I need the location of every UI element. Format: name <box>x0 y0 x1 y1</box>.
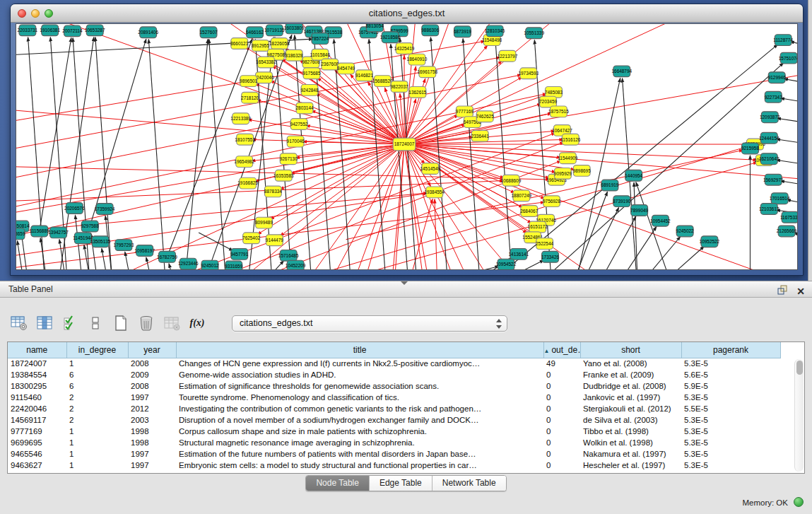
tab-node-table[interactable]: Node Table <box>306 476 369 491</box>
table-row[interactable]: 946554611997Estimation of the future num… <box>8 448 796 460</box>
function-builder-button[interactable]: f(x) <box>188 314 206 332</box>
graph-node-label: 1362615 <box>408 90 427 95</box>
graph-node-label: 12103613 <box>759 206 779 211</box>
graph-node-label: 6873919 <box>454 29 472 34</box>
new-table-button[interactable] <box>112 314 130 332</box>
graph-node-label: 8813054 <box>366 24 384 28</box>
graph-node-label: 2684067 <box>520 209 539 214</box>
graph-edge <box>169 264 175 269</box>
deselect-rows-button[interactable] <box>86 314 105 332</box>
graph-edge <box>676 246 704 269</box>
graph-node-label: 9896501 <box>240 78 258 83</box>
graph-node-label: 9245022 <box>676 228 695 233</box>
network-graph[interactable]: 8660123891295518226058982750816543382818… <box>16 24 797 269</box>
graph-node-label: 21265669 <box>777 228 797 233</box>
graph-node-label: 7899049 <box>630 208 649 213</box>
graph-edge <box>588 208 618 269</box>
graph-edge <box>163 133 555 269</box>
graph-edge <box>209 40 226 269</box>
select-all-checklist-button[interactable] <box>61 314 79 332</box>
table-row[interactable]: 969969511998Structural magnetic resonanc… <box>8 437 796 448</box>
graph-node-label: 9267130 <box>280 156 298 161</box>
table-row[interactable]: 1872400712008Changes of HCN gene express… <box>8 358 796 369</box>
graph-node-label: 10688609 <box>501 178 522 183</box>
column-header-out_de[interactable]: ▲out_de… <box>543 342 580 358</box>
graph-edge <box>125 252 132 269</box>
table-row[interactable]: 946362711997Embryonic stem cells: a mode… <box>8 460 796 471</box>
graph-node-label: 17359924 <box>95 206 115 211</box>
graph-node-label: 7203459 <box>539 99 558 104</box>
column-header-in_degree[interactable]: in_degree <box>66 342 128 358</box>
table-panel-header: Table Panel ✕ <box>0 281 812 298</box>
graph-node-label: 9242848 <box>300 88 319 93</box>
splitter-grip-icon[interactable] <box>401 281 408 285</box>
graph-node-label: 16033809 <box>284 25 305 30</box>
column-header-title[interactable]: title <box>176 342 543 358</box>
graph-edge <box>577 192 607 269</box>
column-header-year[interactable]: year <box>128 342 176 358</box>
network-canvas[interactable]: 8660123891295518226058982750816543382818… <box>16 23 798 270</box>
table-scrollbar-thumb[interactable] <box>796 361 803 375</box>
side-panel-edge <box>808 0 812 281</box>
table-type-tabs: Node TableEdge TableNetwork Table <box>305 475 506 491</box>
graph-node-label: 10452209 <box>286 263 306 268</box>
graph-node-label: 10551339 <box>524 30 544 35</box>
graph-node-label: 16961758 <box>417 69 437 74</box>
graph-node-label: 12213389 <box>230 116 251 121</box>
graph-node-label: 12923446 <box>178 262 199 267</box>
graph-edge <box>391 44 408 269</box>
graph-node-label: 20891406 <box>138 30 158 35</box>
graph-node-label: 19734593 <box>518 71 539 76</box>
tab-network-table[interactable]: Network Table <box>432 476 506 491</box>
graph-node-label: 18757515 <box>548 109 569 114</box>
table-scrollbar[interactable] <box>794 359 804 472</box>
table-row[interactable]: 1938455462009Genome-wide association stu… <box>8 369 796 380</box>
graph-node-label: 11544909 <box>558 156 578 160</box>
graph-node-label: 19106381 <box>40 28 60 33</box>
tab-edge-table[interactable]: Edge Table <box>369 476 432 491</box>
delete-table-button-disabled[interactable] <box>163 314 181 332</box>
table-row[interactable]: 1456911722003Disruption of a novel membe… <box>8 414 796 426</box>
column-header-pagerank[interactable]: pagerank <box>681 342 780 358</box>
graph-node-label: 8660123 <box>230 41 249 46</box>
select-columns-button[interactable] <box>35 314 54 332</box>
graph-edge <box>290 144 404 174</box>
graph-node-label: 18226058 <box>269 41 290 46</box>
graph-node-label: 9170046 <box>287 139 305 144</box>
table-mode-button[interactable] <box>10 314 28 332</box>
table-panel: Table Panel ✕ <box>0 281 812 514</box>
table-row[interactable]: 911546021997Tourette syndrome. Phenomeno… <box>8 392 796 403</box>
graph-node-label: 9227343 <box>765 95 783 100</box>
delete-trash-button[interactable] <box>137 314 155 332</box>
graph-node-label: 9245012 <box>201 263 219 268</box>
graph-node-label: 2803144 <box>296 105 314 110</box>
network-window-titlebar[interactable]: citations_edges.txt <box>11 4 803 23</box>
graph-node-label: 1733426 <box>541 255 560 259</box>
memory-status-icon[interactable] <box>794 497 804 507</box>
graph-node-label: 7857224 <box>311 36 329 41</box>
graph-node-label: 10653287 <box>85 28 105 33</box>
graph-node-label: 1527607 <box>199 30 218 35</box>
column-header-name[interactable]: name <box>8 342 66 358</box>
table-row[interactable]: 1830029562008Estimation of significance … <box>8 380 796 392</box>
graph-node-label: 14136141 <box>509 252 529 257</box>
graph-node-label: 13942757 <box>48 230 69 235</box>
network-window[interactable]: citations_edges.txt 86601238912955182260… <box>10 4 804 276</box>
graph-edge <box>784 78 797 85</box>
graph-edge <box>95 37 112 269</box>
graph-node-label: 11015846 <box>310 52 331 57</box>
graph-node-label: 9777169 <box>456 109 474 114</box>
graph-node-label: 15688520 <box>372 78 393 83</box>
close-panel-icon[interactable]: ✕ <box>796 286 805 297</box>
table-selector-dropdown[interactable]: citations_edges.txt <box>232 315 507 332</box>
graph-node-label: 2522544 <box>536 241 554 246</box>
graph-edge <box>40 38 71 231</box>
float-panel-icon[interactable] <box>777 284 788 298</box>
table-row[interactable]: 2242004622012Investigating the contribut… <box>8 403 796 414</box>
graph-node-label: 7485083 <box>545 90 563 95</box>
column-header-short[interactable]: short <box>580 342 681 358</box>
graph-node-label: 13505135 <box>90 239 111 244</box>
graph-edge <box>40 238 47 269</box>
graph-node-label: 18640910 <box>407 57 428 62</box>
table-row[interactable]: 977716911998Corpus callosum shape and si… <box>8 426 796 437</box>
